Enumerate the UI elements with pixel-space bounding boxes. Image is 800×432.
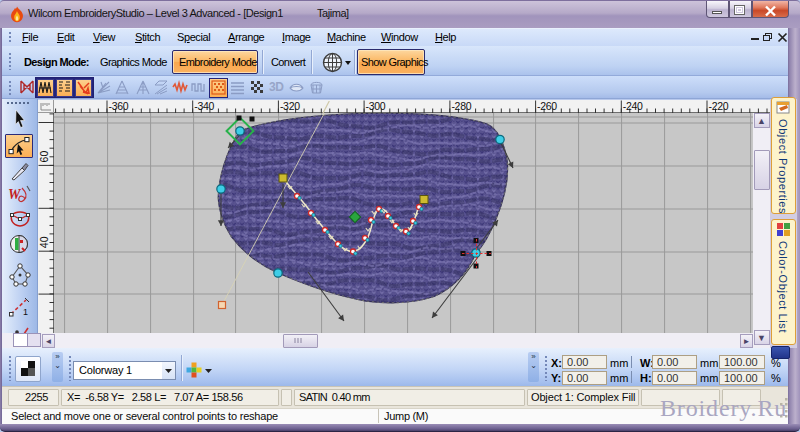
svg-text:-340: -340 bbox=[194, 100, 214, 112]
svg-text:-280: -280 bbox=[451, 100, 471, 112]
svg-text:-300: -300 bbox=[366, 100, 386, 112]
svg-text:-260: -260 bbox=[537, 100, 557, 112]
svg-text:W: W bbox=[8, 187, 22, 202]
svg-text:-240: -240 bbox=[623, 100, 643, 112]
svg-text:-320: -320 bbox=[280, 100, 300, 112]
svg-text:-220: -220 bbox=[709, 100, 729, 112]
svg-text:1: 1 bbox=[23, 307, 28, 317]
svg-text:40: 40 bbox=[38, 236, 50, 248]
svg-text:-360: -360 bbox=[109, 100, 129, 112]
svg-text:60: 60 bbox=[38, 151, 50, 163]
